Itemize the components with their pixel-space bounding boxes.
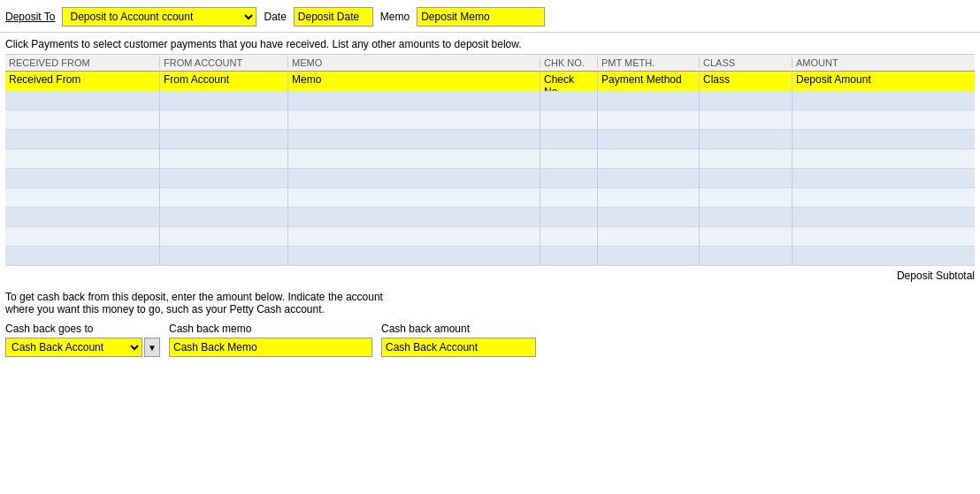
cell-chk-no[interactable] xyxy=(540,169,598,188)
cell-class[interactable] xyxy=(700,149,792,169)
table-row xyxy=(5,130,975,149)
cash-back-row: Cash back goes to Cash Back Account ▼ Ca… xyxy=(5,323,975,357)
cell-class[interactable] xyxy=(700,247,792,266)
cell-received-from[interactable]: Received From xyxy=(5,72,160,91)
header-pmt-meth: PMT METH. xyxy=(598,57,700,68)
deposit-memo-input[interactable] xyxy=(417,7,545,27)
cell-class[interactable] xyxy=(700,130,792,149)
cell-memo[interactable] xyxy=(288,227,540,247)
cell-from-account[interactable] xyxy=(160,188,288,208)
cell-pmt-meth[interactable] xyxy=(598,169,700,188)
cell-memo[interactable] xyxy=(288,188,540,208)
cell-amount[interactable] xyxy=(792,247,975,266)
cell-received-from[interactable] xyxy=(5,247,160,266)
cell-chk-no[interactable] xyxy=(540,227,598,247)
cash-back-select-wrapper: Cash Back Account ▼ xyxy=(5,338,160,357)
cell-class[interactable] xyxy=(700,227,792,247)
cell-chk-no[interactable] xyxy=(540,110,598,130)
cell-amount[interactable] xyxy=(792,188,975,208)
cash-back-account-select[interactable]: Cash Back Account xyxy=(5,338,142,357)
cell-pmt-meth[interactable] xyxy=(598,110,700,130)
table-row xyxy=(5,188,975,208)
deposit-to-label: Deposit To xyxy=(5,11,55,23)
cell-amount[interactable] xyxy=(792,208,975,227)
top-bar: Deposit To Deposit to Account ccount Dat… xyxy=(0,0,980,33)
cell-chk-no[interactable] xyxy=(540,188,598,208)
info-text: Click Payments to select customer paymen… xyxy=(0,33,980,54)
cell-amount[interactable] xyxy=(792,110,975,130)
table-row: Received From From Account Memo Check No… xyxy=(5,72,975,91)
table-row xyxy=(5,247,975,266)
cell-from-account[interactable]: From Account xyxy=(160,72,288,91)
cell-memo[interactable] xyxy=(288,169,540,188)
cell-memo[interactable] xyxy=(288,91,540,110)
cell-pmt-meth[interactable] xyxy=(598,247,700,266)
table-row xyxy=(5,149,975,169)
cash-back-memo-input[interactable] xyxy=(169,338,372,357)
cell-from-account[interactable] xyxy=(160,247,288,266)
cell-from-account[interactable] xyxy=(160,149,288,169)
cell-chk-no[interactable] xyxy=(540,247,598,266)
cash-back-amount-group: Cash back amount xyxy=(381,323,536,357)
deposit-subtotal-label: Deposit Subtotal xyxy=(897,270,975,282)
cell-from-account[interactable] xyxy=(160,110,288,130)
cell-amount[interactable] xyxy=(792,91,975,110)
cell-received-from[interactable] xyxy=(5,149,160,169)
cell-from-account[interactable] xyxy=(160,91,288,110)
cell-memo[interactable] xyxy=(288,247,540,266)
cell-from-account[interactable] xyxy=(160,130,288,149)
cell-memo[interactable] xyxy=(288,110,540,130)
cell-from-account[interactable] xyxy=(160,208,288,227)
cell-amount[interactable] xyxy=(792,130,975,149)
cell-class[interactable]: Class xyxy=(700,72,792,91)
header-class: CLASS xyxy=(700,57,792,68)
cell-received-from[interactable] xyxy=(5,91,160,110)
cash-back-dropdown-arrow-icon[interactable]: ▼ xyxy=(144,338,160,357)
table-row xyxy=(5,110,975,130)
cell-pmt-meth[interactable] xyxy=(598,91,700,110)
table-headers: RECEIVED FROM FROM ACCOUNT MEMO CHK NO. … xyxy=(5,54,975,72)
cell-chk-no[interactable] xyxy=(540,91,598,110)
cell-pmt-meth[interactable] xyxy=(598,208,700,227)
cell-amount[interactable] xyxy=(792,227,975,247)
cell-class[interactable] xyxy=(700,208,792,227)
table-row xyxy=(5,208,975,227)
cell-class[interactable] xyxy=(700,110,792,130)
cell-received-from[interactable] xyxy=(5,110,160,130)
cell-memo[interactable]: Memo xyxy=(288,72,540,91)
cell-amount[interactable] xyxy=(792,169,975,188)
cell-amount[interactable] xyxy=(792,149,975,169)
table-row xyxy=(5,169,975,188)
cell-pmt-meth[interactable] xyxy=(598,130,700,149)
cell-received-from[interactable] xyxy=(5,130,160,149)
cell-chk-no[interactable] xyxy=(540,130,598,149)
cell-class[interactable] xyxy=(700,169,792,188)
cell-class[interactable] xyxy=(700,91,792,110)
deposit-table: RECEIVED FROM FROM ACCOUNT MEMO CHK NO. … xyxy=(0,54,980,266)
cell-pmt-meth[interactable] xyxy=(598,149,700,169)
deposit-to-select[interactable]: Deposit to Account ccount xyxy=(62,7,256,27)
cell-class[interactable] xyxy=(700,188,792,208)
cell-pmt-meth[interactable] xyxy=(598,188,700,208)
cell-received-from[interactable] xyxy=(5,208,160,227)
cell-amount[interactable]: Deposit Amount xyxy=(792,72,975,91)
cell-received-from[interactable] xyxy=(5,169,160,188)
cell-pmt-meth[interactable]: Payment Method xyxy=(598,72,700,91)
cash-back-amount-input[interactable] xyxy=(381,338,536,357)
cell-memo[interactable] xyxy=(288,149,540,169)
cell-chk-no[interactable]: Check No. xyxy=(540,72,598,91)
cell-pmt-meth[interactable] xyxy=(598,227,700,247)
cell-memo[interactable] xyxy=(288,208,540,227)
cell-received-from[interactable] xyxy=(5,188,160,208)
cash-back-amount-label: Cash back amount xyxy=(381,323,536,335)
cell-memo[interactable] xyxy=(288,130,540,149)
cash-back-goes-to-label: Cash back goes to xyxy=(5,323,160,335)
cash-back-memo-group: Cash back memo xyxy=(169,323,372,357)
cell-from-account[interactable] xyxy=(160,227,288,247)
cell-chk-no[interactable] xyxy=(540,149,598,169)
cell-from-account[interactable] xyxy=(160,169,288,188)
cell-received-from[interactable] xyxy=(5,227,160,247)
deposit-date-input[interactable] xyxy=(294,7,373,27)
cash-back-info-text: To get cash back from this deposit, ente… xyxy=(5,291,975,315)
cell-chk-no[interactable] xyxy=(540,208,598,227)
